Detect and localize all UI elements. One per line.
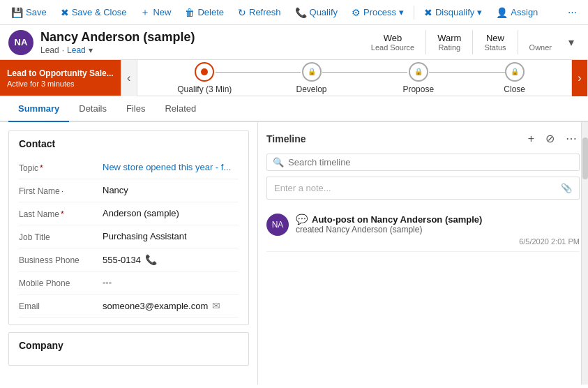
- more-button[interactable]: ⋯: [562, 4, 582, 20]
- delete-button[interactable]: 🗑 Delete: [179, 4, 229, 21]
- assign-button[interactable]: 👤 Assign: [490, 4, 543, 21]
- field-value-business-phone[interactable]: 555-0134 📞: [103, 254, 239, 265]
- timeline-item-avatar: NA: [266, 214, 289, 236]
- process-nav-right-button[interactable]: ›: [571, 60, 588, 96]
- assign-icon: 👤: [496, 7, 508, 18]
- save-icon: 💾: [11, 7, 23, 18]
- field-row-job-title: Job Title Purchasing Assistant: [19, 225, 239, 248]
- field-label-job-title: Job Title: [19, 231, 103, 242]
- field-value-job-title[interactable]: Purchasing Assistant: [103, 231, 239, 241]
- tab-files[interactable]: Files: [116, 96, 155, 122]
- disqualify-button[interactable]: ✖ Disqualify ▾: [419, 4, 488, 21]
- search-icon: 🔍: [273, 157, 284, 167]
- phone-icon[interactable]: 📞: [145, 254, 157, 265]
- tab-related[interactable]: Related: [155, 96, 206, 122]
- field-value-first-name[interactable]: Nancy: [103, 185, 239, 195]
- contact-section-title: Contact: [19, 138, 239, 149]
- field-label-mobile-phone: Mobile Phone: [19, 277, 103, 288]
- field-label-first-name: First Name·: [19, 185, 103, 196]
- stage-develop[interactable]: 🔒 Develop: [258, 62, 365, 94]
- record-header: NA Nancy Anderson (sample) Lead · Lead ▾…: [0, 25, 588, 60]
- field-label-email: Email: [19, 300, 103, 311]
- refresh-button[interactable]: ↻ Refresh: [232, 4, 287, 21]
- field-value-email[interactable]: someone3@example.com ✉: [103, 300, 239, 311]
- field-value-mobile-phone[interactable]: ---: [103, 277, 239, 288]
- contact-section: Contact Topic* New store opened this yea…: [8, 130, 249, 325]
- stage-propose-label: Propose: [402, 84, 434, 94]
- field-value-last-name[interactable]: Anderson (sample): [103, 208, 239, 218]
- disqualify-chevron-icon: ▾: [477, 7, 482, 17]
- stage-qualify[interactable]: Qualify (3 Min): [151, 62, 258, 94]
- stage-close-label: Close: [504, 84, 525, 94]
- save-close-button[interactable]: ✖ Save & Close: [55, 4, 133, 21]
- stage-propose[interactable]: 🔒 Propose: [365, 62, 472, 94]
- timeline-search: 🔍: [266, 154, 580, 171]
- email-icon[interactable]: ✉: [212, 300, 220, 311]
- stage-qualify-circle: [195, 62, 214, 82]
- timeline-actions: + ⊘ ⋯: [525, 130, 580, 147]
- stage-close[interactable]: 🔒 Close: [472, 62, 557, 94]
- header-expand-button[interactable]: ▾: [563, 33, 580, 52]
- note-placeholder: Enter a note...: [274, 183, 331, 193]
- process-chevron-icon: ▾: [399, 7, 404, 17]
- record-subtitle: Lead · Lead ▾: [40, 45, 195, 55]
- record-subtype-chevron[interactable]: ▾: [89, 45, 93, 55]
- tab-summary[interactable]: Summary: [8, 96, 69, 122]
- timeline-item-body: 💬 Auto-post on Nancy Anderson (sample) c…: [296, 214, 580, 246]
- stage-develop-label: Develop: [296, 84, 327, 94]
- record-info: Nancy Anderson (sample) Lead · Lead ▾: [40, 30, 195, 55]
- field-label-business-phone: Business Phone: [19, 254, 103, 265]
- refresh-icon: ↻: [238, 7, 246, 18]
- field-label-topic: Topic*: [19, 162, 103, 173]
- stage-close-circle: 🔒: [505, 62, 525, 82]
- field-label-last-name: Last Name*: [19, 208, 103, 219]
- process-icon: ⚙: [352, 7, 361, 18]
- save-close-icon: ✖: [61, 7, 69, 18]
- record-subtype-link[interactable]: Lead: [67, 45, 86, 55]
- company-section: Company: [8, 332, 249, 366]
- field-row-mobile-phone: Mobile Phone ---: [19, 271, 239, 294]
- tab-details[interactable]: Details: [69, 96, 116, 122]
- process-nav-left-button[interactable]: ‹: [121, 60, 137, 96]
- delete-icon: 🗑: [185, 7, 195, 18]
- record-name: Nancy Anderson (sample): [40, 30, 195, 45]
- main-content: Contact Topic* New store opened this yea…: [0, 122, 588, 385]
- new-icon: ＋: [140, 6, 150, 19]
- toolbar: 💾 Save ✖ Save & Close ＋ New 🗑 Delete ↻ R…: [0, 0, 588, 25]
- toolbar-separator: [414, 6, 414, 20]
- scrollbar-thumb[interactable]: [582, 137, 588, 179]
- meta-rating: Warm Rating: [425, 30, 472, 54]
- stage-develop-circle: 🔒: [302, 62, 322, 82]
- process-promo-sub: Active for 3 minutes: [7, 80, 114, 88]
- qualify-button[interactable]: 📞 Qualify: [289, 4, 343, 21]
- save-button[interactable]: 💾 Save: [6, 4, 52, 21]
- process-stages: Qualify (3 Min) 🔒 Develop 🔒 Propose 🔒 Cl…: [137, 62, 571, 94]
- company-section-title: Company: [19, 340, 239, 351]
- field-row-email: Email someone3@example.com ✉: [19, 294, 239, 318]
- timeline-items: NA 💬 Auto-post on Nancy Anderson (sample…: [266, 208, 580, 376]
- search-input[interactable]: [288, 157, 573, 167]
- process-bar: Lead to Opportunity Sale... Active for 3…: [0, 60, 588, 96]
- meta-owner: Owner: [518, 30, 563, 54]
- timeline-scrollbar[interactable]: [581, 122, 588, 385]
- meta-lead-source: Web Lead Source: [360, 30, 425, 54]
- field-row-topic: Topic* New store opened this year - f...: [19, 156, 239, 179]
- field-row-first-name: First Name· Nancy: [19, 179, 239, 202]
- header-meta: Web Lead Source Warm Rating New Status O…: [360, 30, 580, 54]
- stage-propose-circle: 🔒: [409, 62, 428, 82]
- timeline-post-title: Auto-post on Nancy Anderson (sample): [312, 214, 482, 225]
- post-type-icon: 💬: [296, 214, 308, 225]
- right-panel: Timeline + ⊘ ⋯ 🔍 Enter a note... 📎 NA 💬 …: [258, 122, 588, 385]
- timeline-more-button[interactable]: ⋯: [563, 130, 580, 147]
- timeline-timestamp: 6/5/2020 2:01 PM: [296, 237, 580, 246]
- timeline-filter-button[interactable]: ⊘: [543, 130, 557, 147]
- meta-status: New Status: [472, 30, 517, 54]
- field-value-topic[interactable]: New store opened this year - f...: [103, 162, 239, 172]
- timeline-note[interactable]: Enter a note... 📎: [266, 177, 580, 200]
- timeline-post-sub: created Nancy Anderson (sample): [296, 225, 580, 234]
- attachment-icon[interactable]: 📎: [561, 183, 572, 193]
- new-button[interactable]: ＋ New: [135, 3, 176, 22]
- timeline-add-button[interactable]: +: [525, 131, 537, 147]
- process-promo[interactable]: Lead to Opportunity Sale... Active for 3…: [0, 60, 121, 96]
- process-button[interactable]: ⚙ Process ▾: [346, 4, 409, 21]
